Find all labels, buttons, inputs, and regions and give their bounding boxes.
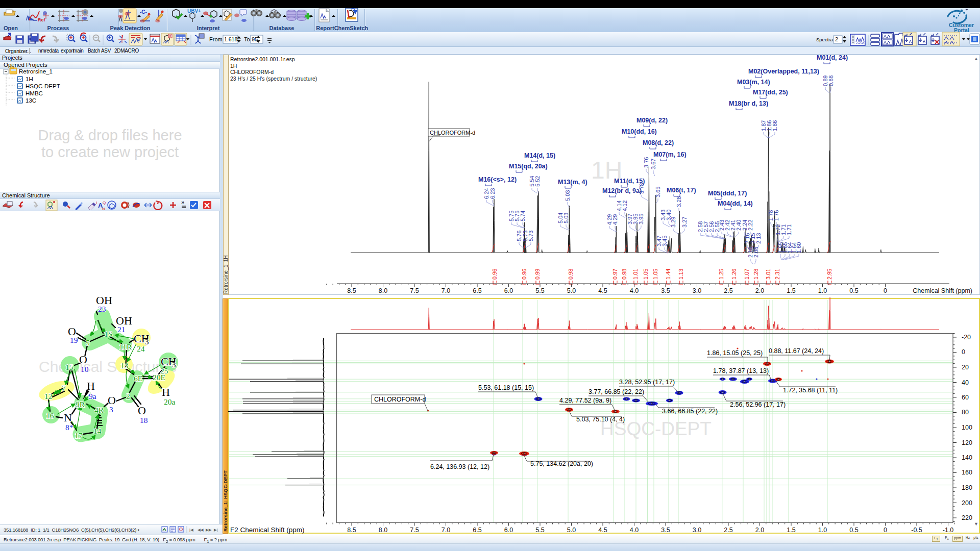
svg-text:4.29, 77.52 (9a, 9): 4.29, 77.52 (9a, 9) — [559, 397, 611, 404]
svg-text:7.5: 7.5 — [410, 527, 419, 534]
svg-text:2.5: 2.5 — [724, 527, 732, 534]
svg-text:CHLOROFORM-d: CHLOROFORM-d — [374, 396, 426, 403]
svg-text:2.0: 2.0 — [755, 527, 764, 534]
svg-text:2.56, 52.96 (17, 17): 2.56, 52.96 (17, 17) — [730, 401, 786, 408]
svg-text:5.53, 61.18 (15, 15): 5.53, 61.18 (15, 15) — [478, 384, 534, 391]
svg-text:1.86, 15.05 (25, 25): 1.86, 15.05 (25, 25) — [707, 349, 763, 357]
svg-text:-0.5: -0.5 — [911, 527, 922, 534]
svg-text:3.66, 66.85 (22, 22): 3.66, 66.85 (22, 22) — [662, 408, 718, 415]
svg-text:3.28, 52.95 (17, 17): 3.28, 52.95 (17, 17) — [619, 379, 675, 386]
svg-text:F2 Chemical Shift (ppm): F2 Chemical Shift (ppm) — [230, 526, 305, 534]
svg-text:5.03, 75.10 (4, 4): 5.03, 75.10 (4, 4) — [576, 416, 625, 423]
svg-text:0.88, 11.67 (24, 24): 0.88, 11.67 (24, 24) — [769, 347, 824, 355]
svg-text:0: 0 — [962, 348, 965, 356]
svg-text:4.0: 4.0 — [630, 527, 639, 534]
svg-text:1.0: 1.0 — [818, 527, 827, 534]
svg-text:120: 120 — [962, 439, 972, 446]
svg-text:1.5: 1.5 — [787, 527, 795, 534]
svg-text:20: 20 — [962, 364, 969, 371]
svg-text:6.5: 6.5 — [473, 527, 481, 534]
svg-text:100: 100 — [962, 424, 972, 431]
svg-text:1.78, 37.87 (13, 13): 1.78, 37.87 (13, 13) — [713, 367, 769, 374]
svg-text:6.0: 6.0 — [504, 527, 513, 534]
svg-text:7.0: 7.0 — [442, 527, 450, 534]
svg-text:5.0: 5.0 — [567, 527, 576, 534]
svg-text:220: 220 — [962, 514, 972, 521]
svg-text:40: 40 — [962, 379, 969, 386]
svg-text:5.5: 5.5 — [535, 527, 544, 534]
svg-text:80: 80 — [962, 409, 969, 416]
svg-text:4.5: 4.5 — [598, 527, 607, 534]
svg-text:160: 160 — [962, 469, 972, 476]
svg-text:3.0: 3.0 — [693, 527, 701, 534]
svg-text:6.24, 136.93 (12, 12): 6.24, 136.93 (12, 12) — [430, 463, 489, 470]
svg-text:140: 140 — [962, 454, 972, 461]
svg-text:8.5: 8.5 — [347, 527, 356, 534]
svg-text:1.72, 35.68 (11, 11): 1.72, 35.68 (11, 11) — [783, 387, 838, 394]
svg-text:180: 180 — [962, 484, 972, 491]
svg-text:3.5: 3.5 — [661, 527, 670, 534]
svg-text:-1.0: -1.0 — [943, 527, 954, 534]
svg-text:200: 200 — [962, 499, 972, 507]
svg-text:8.0: 8.0 — [379, 527, 387, 534]
svg-text:0: 0 — [884, 527, 887, 534]
svg-text:3.77, 66.85 (22, 22): 3.77, 66.85 (22, 22) — [589, 388, 644, 395]
svg-text:0.5: 0.5 — [849, 527, 858, 534]
svg-text:-20: -20 — [962, 334, 971, 341]
svg-text:60: 60 — [962, 394, 969, 401]
